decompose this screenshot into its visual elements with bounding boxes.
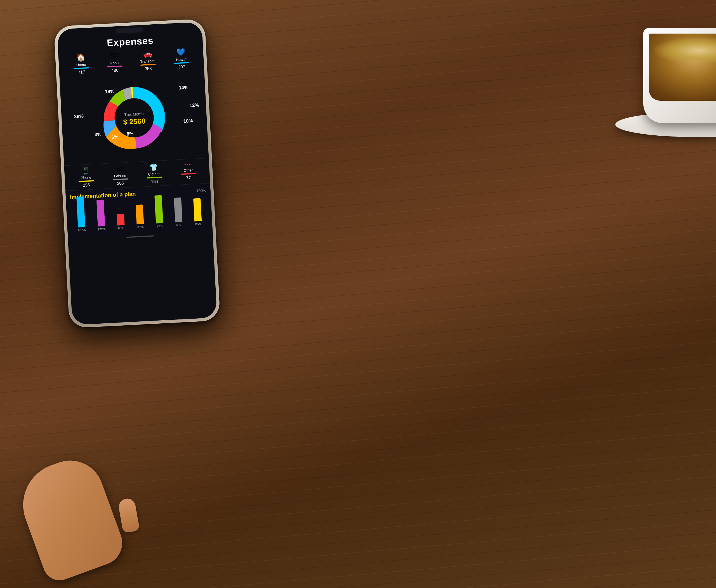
health-label: Health bbox=[176, 57, 187, 62]
category-health[interactable]: 💙 Health 307 bbox=[173, 47, 189, 70]
cup-body bbox=[643, 28, 716, 123]
donut-chart-container: This Month $ 2560 28% 19% 14% 12% 10% 8%… bbox=[62, 71, 206, 165]
impl-bar-clothes: 99% bbox=[154, 195, 163, 228]
phone-label: Phone bbox=[81, 175, 91, 180]
implementation-pct: 100% bbox=[196, 188, 206, 193]
category-home[interactable]: 🏠 Home 717 bbox=[73, 53, 89, 75]
pct-10: 10% bbox=[183, 118, 193, 125]
health-value: 307 bbox=[178, 64, 185, 69]
phone-icon: 📱 bbox=[81, 167, 90, 175]
phone-screen: Expenses 🏠 Home 717 🍽 Food 486 🚗 bbox=[57, 22, 217, 325]
category-leisure[interactable]: 🎟 Leisure 205 bbox=[112, 165, 128, 186]
phone-outer: Expenses 🏠 Home 717 🍽 Food 486 🚗 bbox=[54, 19, 220, 329]
other-label: Other bbox=[184, 168, 193, 173]
pct-28: 28% bbox=[74, 113, 84, 120]
health-bar bbox=[174, 62, 189, 64]
impl-bar-food: 132% bbox=[96, 200, 106, 231]
top-categories-row: 🏠 Home 717 🍽 Food 486 🚗 Transport 358 bbox=[58, 47, 204, 76]
leisure-bar bbox=[112, 178, 128, 181]
svg-text:$ 2560: $ 2560 bbox=[123, 117, 146, 126]
other-bar bbox=[181, 173, 196, 175]
other-value: 77 bbox=[186, 175, 191, 180]
category-clothes[interactable]: 👕 Clothes 154 bbox=[146, 163, 163, 184]
other-icon: ••• bbox=[184, 162, 192, 168]
clothes-label: Clothes bbox=[148, 172, 161, 176]
category-phone[interactable]: 📱 Phone 256 bbox=[78, 166, 94, 188]
impl-bar-transport: 67% bbox=[136, 205, 144, 229]
phone-bar bbox=[79, 180, 94, 182]
category-transport[interactable]: 🚗 Transport 358 bbox=[140, 49, 156, 71]
pct-6: 6% bbox=[111, 134, 119, 140]
impl-bar-chart: 107% 132% 63% 67% bbox=[70, 195, 208, 233]
phone-value: 256 bbox=[83, 182, 90, 187]
food-bar bbox=[107, 65, 122, 67]
home-icon: 🏠 bbox=[76, 53, 86, 62]
impl-bar-home: 107% bbox=[76, 196, 86, 232]
leisure-label: Leisure bbox=[114, 173, 126, 178]
pct-14: 14% bbox=[179, 84, 189, 91]
impl-bar-leisure: 85% bbox=[174, 197, 183, 227]
pct-19: 19% bbox=[105, 88, 114, 94]
health-icon: 💙 bbox=[176, 47, 186, 57]
home-value: 717 bbox=[78, 69, 85, 75]
pct-8: 8% bbox=[126, 131, 134, 137]
clothes-value: 154 bbox=[151, 179, 158, 184]
impl-bar-phone: 63% bbox=[117, 214, 125, 230]
transport-label: Transport bbox=[140, 59, 156, 64]
home-label: Home bbox=[76, 62, 86, 67]
transport-value: 358 bbox=[145, 66, 152, 71]
clothes-bar bbox=[147, 176, 162, 178]
pct-3: 3% bbox=[94, 132, 102, 138]
leisure-value: 205 bbox=[117, 181, 124, 186]
food-value: 486 bbox=[111, 68, 119, 73]
transport-bar bbox=[141, 64, 156, 66]
phone-wrapper: Expenses 🏠 Home 717 🍽 Food 486 🚗 bbox=[54, 19, 220, 329]
home-bar bbox=[73, 67, 89, 69]
food-label: Food bbox=[110, 61, 119, 65]
implementation-section: Implementation of a plan 100% 107% 132% bbox=[65, 183, 213, 237]
impl-bar-other: 85% bbox=[193, 198, 202, 226]
category-food[interactable]: 🍽 Food 486 bbox=[106, 51, 123, 73]
clothes-icon: 👕 bbox=[149, 163, 158, 171]
leisure-icon: 🎟 bbox=[116, 165, 123, 173]
transport-icon: 🚗 bbox=[143, 49, 152, 59]
category-other[interactable]: ••• Other 77 bbox=[180, 161, 197, 182]
donut-chart-svg: This Month $ 2560 bbox=[90, 74, 178, 162]
pct-12: 12% bbox=[189, 102, 199, 108]
food-icon: 🍽 bbox=[110, 51, 118, 60]
